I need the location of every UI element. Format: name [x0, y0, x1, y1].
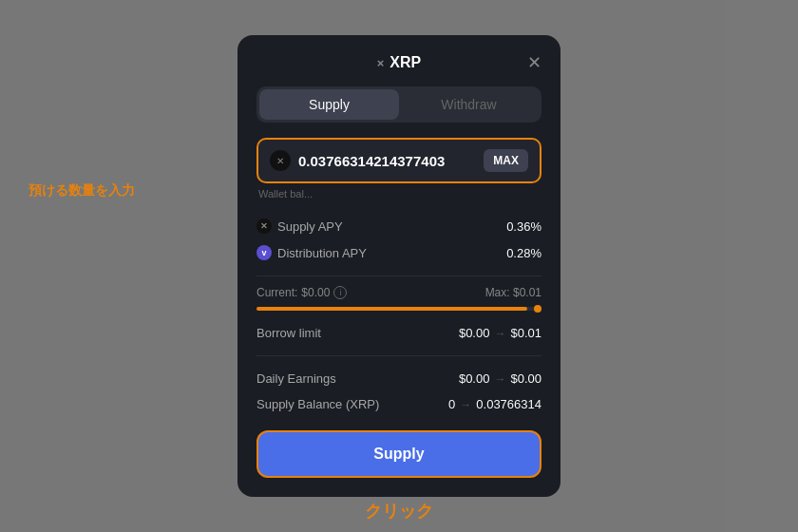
limit-max: Max: $0.01: [485, 286, 542, 299]
divider-2: [256, 355, 542, 356]
limit-section: Current: $0.00 i Max: $0.01: [256, 286, 542, 311]
apy-rows: ✕ Supply APY 0.36% v Distribution APY 0.…: [256, 213, 542, 266]
borrow-to: $0.01: [510, 326, 542, 340]
arrow-icon-3: →: [460, 398, 471, 411]
supply-balance-value: 0 → 0.03766314: [448, 397, 542, 411]
limit-header: Current: $0.00 i Max: $0.01: [256, 286, 542, 299]
info-icon: i: [333, 286, 347, 299]
tab-supply[interactable]: Supply: [259, 89, 399, 120]
supply-x-icon: ✕: [256, 218, 272, 234]
supply-apy-row: ✕ Supply APY 0.36%: [256, 213, 542, 239]
distribution-apy-label: v Distribution APY: [256, 245, 367, 260]
distribution-apy-text: Distribution APY: [277, 246, 367, 260]
annotation-click: クリック: [365, 500, 433, 522]
balance-to: 0.03766314: [476, 397, 542, 411]
daily-earnings-row: Daily Earnings $0.00 → $0.00: [256, 366, 542, 391]
distribution-v-icon: v: [256, 245, 272, 260]
borrow-limit-label: Borrow limit: [256, 326, 321, 340]
balance-from: 0: [448, 397, 455, 411]
input-section: ✕ MAX Wallet bal...: [256, 138, 542, 200]
supply-balance-row: Supply Balance (XRP) 0 → 0.03766314: [256, 391, 542, 417]
supply-apy-text: Supply APY: [277, 219, 343, 234]
borrow-from: $0.00: [459, 326, 490, 340]
max-button[interactable]: MAX: [484, 149, 528, 172]
supply-apy-value: 0.36%: [506, 219, 542, 234]
supply-apy-label: ✕ Supply APY: [256, 218, 343, 234]
modal-container: × XRP ✕ Supply Withdraw ✕ MAX Wallet bal…: [238, 35, 560, 497]
limit-current: Current: $0.00 i: [256, 286, 347, 299]
title-x-icon: ×: [377, 56, 385, 70]
close-button[interactable]: ✕: [527, 52, 542, 73]
current-value: $0.00: [301, 286, 330, 299]
earnings-from: $0.00: [459, 371, 490, 386]
modal-title-text: XRP: [390, 54, 421, 71]
modal-header: × XRP ✕: [256, 54, 542, 71]
tab-withdraw[interactable]: Withdraw: [399, 89, 539, 120]
daily-earnings-label: Daily Earnings: [256, 371, 336, 386]
divider-1: [256, 276, 542, 276]
arrow-icon-1: →: [494, 327, 505, 340]
amount-input[interactable]: [298, 153, 476, 169]
progress-bar: [256, 307, 542, 311]
arrow-icon-2: →: [494, 372, 505, 386]
annotation-input: 預ける数量を入力: [28, 180, 135, 200]
distribution-apy-row: v Distribution APY 0.28%: [256, 239, 542, 266]
stats-section: Borrow limit $0.00 → $0.01 Daily Earning…: [256, 320, 542, 417]
modal-title: × XRP: [377, 54, 422, 71]
xrp-token-icon: ✕: [270, 150, 291, 171]
progress-fill: [256, 307, 527, 311]
distribution-apy-value: 0.28%: [506, 246, 542, 260]
borrow-limit-value: $0.00 → $0.01: [459, 326, 542, 340]
supply-balance-label: Supply Balance (XRP): [256, 397, 379, 411]
current-label: Current:: [256, 286, 297, 299]
earnings-to: $0.00: [510, 371, 542, 386]
progress-dot: [534, 305, 542, 313]
borrow-limit-row: Borrow limit $0.00 → $0.01: [256, 320, 542, 346]
modal-overlay: × XRP ✕ Supply Withdraw ✕ MAX Wallet bal…: [0, 0, 798, 532]
supply-button[interactable]: Supply: [256, 430, 542, 478]
tab-container: Supply Withdraw: [256, 86, 542, 123]
daily-earnings-value: $0.00 → $0.00: [459, 371, 542, 386]
amount-input-wrapper: ✕ MAX: [256, 138, 542, 183]
wallet-balance: Wallet bal...: [258, 188, 542, 200]
